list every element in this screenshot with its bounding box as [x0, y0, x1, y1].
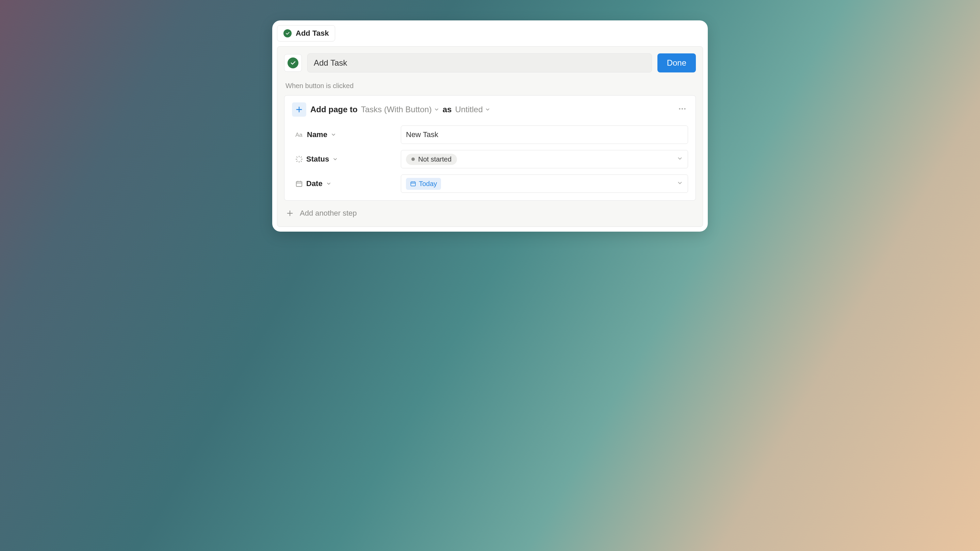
page-title-dropdown[interactable]: Untitled	[455, 105, 490, 114]
step-more-button[interactable]	[676, 103, 688, 116]
target-database-dropdown[interactable]: Tasks (With Button)	[361, 105, 439, 114]
tab-label: Add Task	[296, 29, 329, 38]
property-label-name[interactable]: Aa Name	[292, 130, 394, 139]
property-row-status: Status Not started	[292, 150, 688, 168]
svg-line-7	[301, 161, 301, 162]
checkmark-circle-icon	[288, 57, 298, 68]
svg-point-0	[679, 108, 680, 110]
done-button[interactable]: Done	[657, 53, 696, 73]
name-row: Done	[284, 53, 696, 73]
chevron-down-icon	[677, 155, 683, 164]
tab-row: Add Task	[277, 25, 703, 41]
text-aa-icon: Aa	[295, 130, 304, 139]
editor-area: Done When button is clicked Add page to …	[277, 46, 703, 227]
status-value-field[interactable]: Not started	[401, 150, 688, 168]
action-prefix: Add page to	[310, 105, 358, 114]
property-label-status[interactable]: Status	[292, 155, 394, 164]
status-dot-icon	[411, 157, 415, 161]
name-value-field[interactable]: New Task	[401, 125, 688, 144]
calendar-icon	[410, 181, 416, 187]
button-config-panel: Add Task Done When button is clicked Add…	[272, 21, 708, 232]
svg-rect-12	[296, 182, 302, 187]
section-label: When button is clicked	[284, 82, 696, 90]
property-label-date[interactable]: Date	[292, 179, 394, 188]
name-value: New Task	[406, 130, 438, 139]
add-page-icon	[292, 102, 306, 117]
step-card: Add page to Tasks (With Button) as Untit…	[284, 95, 696, 201]
chevron-down-icon	[485, 107, 490, 112]
svg-point-1	[682, 108, 683, 110]
chevron-down-icon	[677, 179, 683, 188]
step-title: Add page to Tasks (With Button) as Untit…	[310, 105, 490, 114]
date-chip: Today	[406, 178, 441, 190]
add-another-step-button[interactable]: Add another step	[284, 201, 696, 220]
svg-rect-16	[411, 182, 415, 186]
chevron-down-icon	[331, 132, 336, 137]
svg-line-11	[301, 157, 301, 157]
status-pill: Not started	[406, 154, 457, 165]
svg-point-2	[684, 108, 685, 110]
button-name-input[interactable]	[307, 53, 652, 73]
add-step-label: Add another step	[300, 209, 357, 218]
chevron-down-icon	[434, 107, 439, 112]
property-row-date: Date Today	[292, 175, 688, 193]
svg-line-10	[297, 161, 298, 162]
svg-text:Aa: Aa	[295, 132, 302, 138]
calendar-icon	[295, 180, 303, 187]
status-spinner-icon	[295, 156, 303, 163]
chevron-down-icon	[332, 156, 338, 162]
date-value-field[interactable]: Today	[401, 175, 688, 193]
step-header: Add page to Tasks (With Button) as Untit…	[292, 102, 688, 117]
as-label: as	[443, 105, 452, 114]
checkmark-circle-icon	[283, 29, 292, 37]
property-row-name: Aa Name New Task	[292, 125, 688, 144]
plus-icon	[286, 210, 294, 217]
button-icon-picker[interactable]	[284, 54, 302, 72]
chevron-down-icon	[326, 181, 331, 186]
button-tab[interactable]: Add Task	[277, 25, 335, 41]
svg-line-6	[297, 157, 298, 157]
